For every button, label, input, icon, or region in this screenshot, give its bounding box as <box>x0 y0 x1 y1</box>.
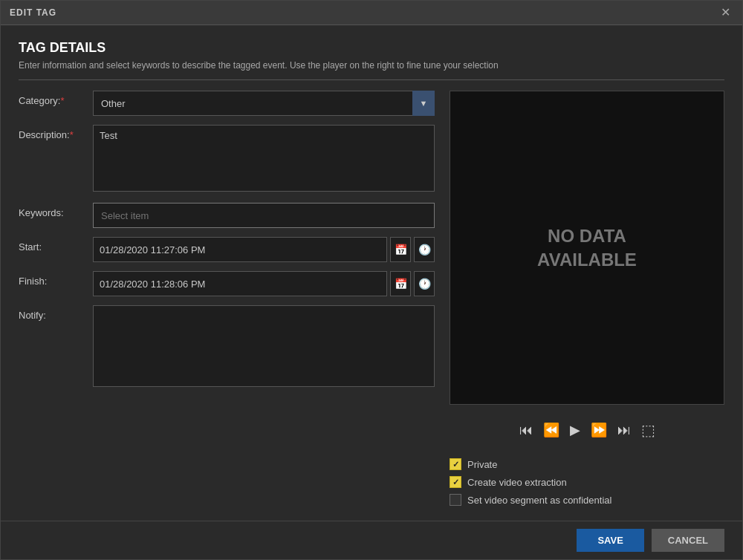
notify-field <box>93 305 435 389</box>
cancel-button[interactable]: CANCEL <box>652 529 724 552</box>
edit-tag-dialog: EDIT TAG ✕ TAG DETAILS Enter information… <box>0 0 743 560</box>
left-panel: Category:* OtherEventIncidentAlert ▼ Des… <box>19 91 435 509</box>
start-clock-icon[interactable]: 🕐 <box>414 237 435 262</box>
video-extraction-checkbox[interactable] <box>450 476 461 488</box>
description-label: Description:* <box>19 125 85 140</box>
rewind-button[interactable]: ⏪ <box>540 420 562 440</box>
private-checkbox-row[interactable]: Private <box>450 458 724 470</box>
keywords-row: Keywords: <box>19 203 435 228</box>
video-extraction-label: Create video extraction <box>467 477 567 488</box>
start-datetime-input[interactable] <box>93 237 387 262</box>
notify-textarea[interactable] <box>93 305 435 387</box>
keywords-input[interactable] <box>93 203 435 228</box>
section-title: TAG DETAILS <box>19 40 724 56</box>
right-panel: NO DATA AVAILABLE ⏮ ⏪ ▶ ⏩ ⏭ ⬚ <box>450 91 724 509</box>
save-button[interactable]: SAVE <box>577 529 643 552</box>
keywords-label: Keywords: <box>19 203 85 218</box>
finish-label: Finish: <box>19 271 85 287</box>
private-checkbox[interactable] <box>450 458 461 470</box>
fast-forward-button[interactable]: ⏩ <box>588 420 610 440</box>
keywords-field <box>93 203 435 228</box>
dialog-body: TAG DETAILS Enter information and select… <box>1 25 742 521</box>
confidential-label: Set video segment as confidential <box>467 495 611 506</box>
category-label: Category:* <box>19 91 85 106</box>
private-label: Private <box>467 459 497 470</box>
finish-row: Finish: 📅 🕐 <box>19 271 435 296</box>
finish-clock-icon[interactable]: 🕐 <box>414 271 435 296</box>
skip-start-button[interactable]: ⏮ <box>516 421 536 440</box>
finish-calendar-icon[interactable]: 📅 <box>390 271 411 296</box>
skip-end-button[interactable]: ⏭ <box>614 421 634 440</box>
start-field: 📅 🕐 <box>93 237 435 262</box>
notify-row: Notify: <box>19 305 435 389</box>
category-row: Category:* OtherEventIncidentAlert ▼ <box>19 91 435 116</box>
section-subtitle: Enter information and select keywords to… <box>19 60 724 80</box>
finish-datetime-input[interactable] <box>93 271 387 296</box>
description-row: Description:* Test <box>19 125 435 194</box>
player-controls: ⏮ ⏪ ▶ ⏩ ⏭ ⬚ <box>450 414 724 446</box>
main-content: Category:* OtherEventIncidentAlert ▼ Des… <box>19 91 724 509</box>
start-calendar-icon[interactable]: 📅 <box>390 237 411 262</box>
dialog-footer: SAVE CANCEL <box>1 521 742 559</box>
confidential-checkbox[interactable] <box>450 494 461 506</box>
description-field: Test <box>93 125 435 194</box>
video-extraction-checkbox-row[interactable]: Create video extraction <box>450 476 724 488</box>
clip-button[interactable]: ⬚ <box>638 420 658 440</box>
title-bar: EDIT TAG ✕ <box>1 1 742 25</box>
category-select[interactable]: OtherEventIncidentAlert <box>93 91 435 116</box>
video-player-area: NO DATA AVAILABLE <box>450 91 724 405</box>
close-button[interactable]: ✕ <box>718 7 733 19</box>
start-label: Start: <box>19 237 85 253</box>
start-row: Start: 📅 🕐 <box>19 237 435 262</box>
dialog-title: EDIT TAG <box>10 7 56 18</box>
category-field: OtherEventIncidentAlert ▼ <box>93 91 435 116</box>
confidential-checkbox-row[interactable]: Set video segment as confidential <box>450 494 724 506</box>
finish-field: 📅 🕐 <box>93 271 435 296</box>
play-button[interactable]: ▶ <box>567 420 583 440</box>
description-textarea[interactable]: Test <box>93 125 435 192</box>
no-data-message: NO DATA AVAILABLE <box>537 224 637 270</box>
checkboxes-area: Private Create video extraction Set vide… <box>450 455 724 509</box>
notify-label: Notify: <box>19 305 85 321</box>
